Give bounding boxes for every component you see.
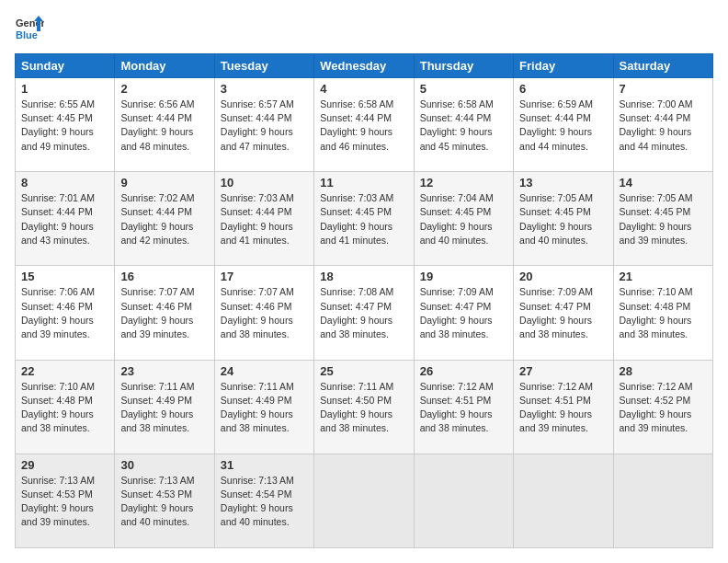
- page: General Blue SundayMondayTuesdayWednesda…: [0, 0, 728, 563]
- day-info: Sunrise: 7:05 AMSunset: 4:45 PMDaylight:…: [519, 191, 607, 247]
- day-number: 31: [221, 458, 308, 472]
- day-number: 10: [221, 176, 308, 190]
- week-row-2: 8Sunrise: 7:01 AMSunset: 4:44 PMDaylight…: [16, 172, 713, 266]
- day-info: Sunrise: 7:12 AMSunset: 4:52 PMDaylight:…: [620, 380, 707, 436]
- day-header-thursday: Thursday: [414, 54, 513, 78]
- day-header-tuesday: Tuesday: [214, 54, 313, 78]
- day-number: 11: [320, 176, 407, 190]
- day-number: 20: [519, 270, 607, 283]
- day-number: 25: [320, 364, 407, 378]
- calendar-cell: 5Sunrise: 6:58 AMSunset: 4:44 PMDaylight…: [414, 78, 513, 172]
- day-info: Sunrise: 7:09 AMSunset: 4:47 PMDaylight:…: [420, 285, 507, 341]
- day-info: Sunrise: 7:11 AMSunset: 4:50 PMDaylight:…: [320, 380, 407, 436]
- day-header-sunday: Sunday: [16, 54, 115, 78]
- day-number: 23: [120, 364, 208, 378]
- calendar-cell: 14Sunrise: 7:05 AMSunset: 4:45 PMDayligh…: [613, 172, 712, 266]
- calendar-cell: 7Sunrise: 7:00 AMSunset: 4:44 PMDaylight…: [613, 78, 712, 172]
- day-number: 13: [519, 176, 607, 190]
- day-number: 26: [420, 364, 507, 378]
- day-number: 5: [420, 82, 507, 96]
- calendar-cell: 29Sunrise: 7:13 AMSunset: 4:53 PMDayligh…: [16, 454, 115, 547]
- day-info: Sunrise: 7:13 AMSunset: 4:53 PMDaylight:…: [120, 474, 208, 530]
- day-number: 18: [320, 270, 407, 283]
- day-number: 16: [120, 270, 208, 283]
- day-number: 19: [420, 270, 507, 283]
- calendar-cell: [314, 454, 414, 547]
- day-info: Sunrise: 7:06 AMSunset: 4:46 PMDaylight:…: [21, 285, 108, 341]
- calendar-cell: 16Sunrise: 7:07 AMSunset: 4:46 PMDayligh…: [115, 266, 214, 360]
- day-number: 15: [21, 270, 108, 283]
- day-info: Sunrise: 7:03 AMSunset: 4:45 PMDaylight:…: [320, 191, 407, 247]
- calendar-cell: [514, 454, 613, 547]
- day-info: Sunrise: 7:09 AMSunset: 4:47 PMDaylight:…: [519, 285, 607, 341]
- day-header-monday: Monday: [115, 54, 214, 78]
- day-number: 27: [519, 364, 607, 378]
- calendar-cell: 28Sunrise: 7:12 AMSunset: 4:52 PMDayligh…: [613, 360, 712, 454]
- day-number: 1: [21, 82, 108, 96]
- calendar-cell: 9Sunrise: 7:02 AMSunset: 4:44 PMDaylight…: [115, 172, 214, 266]
- calendar-cell: 22Sunrise: 7:10 AMSunset: 4:48 PMDayligh…: [16, 360, 115, 454]
- day-info: Sunrise: 7:11 AMSunset: 4:49 PMDaylight:…: [120, 380, 208, 436]
- week-row-5: 29Sunrise: 7:13 AMSunset: 4:53 PMDayligh…: [16, 454, 713, 547]
- logo: General Blue: [15, 15, 44, 44]
- day-info: Sunrise: 7:02 AMSunset: 4:44 PMDaylight:…: [120, 191, 208, 247]
- calendar-cell: 23Sunrise: 7:11 AMSunset: 4:49 PMDayligh…: [115, 360, 214, 454]
- calendar-cell: 30Sunrise: 7:13 AMSunset: 4:53 PMDayligh…: [115, 454, 214, 547]
- day-number: 30: [120, 458, 208, 472]
- calendar-cell: 13Sunrise: 7:05 AMSunset: 4:45 PMDayligh…: [514, 172, 613, 266]
- calendar-cell: 31Sunrise: 7:13 AMSunset: 4:54 PMDayligh…: [214, 454, 313, 547]
- day-info: Sunrise: 7:05 AMSunset: 4:45 PMDaylight:…: [620, 191, 707, 247]
- day-info: Sunrise: 6:58 AMSunset: 4:44 PMDaylight:…: [420, 98, 507, 154]
- day-number: 24: [221, 364, 308, 378]
- calendar-cell: 6Sunrise: 6:59 AMSunset: 4:44 PMDaylight…: [514, 78, 613, 172]
- day-info: Sunrise: 6:57 AMSunset: 4:44 PMDaylight:…: [221, 98, 308, 154]
- day-info: Sunrise: 7:03 AMSunset: 4:44 PMDaylight:…: [221, 191, 308, 247]
- day-info: Sunrise: 7:10 AMSunset: 4:48 PMDaylight:…: [620, 285, 707, 341]
- calendar-cell: 19Sunrise: 7:09 AMSunset: 4:47 PMDayligh…: [414, 266, 513, 360]
- calendar-cell: 10Sunrise: 7:03 AMSunset: 4:44 PMDayligh…: [214, 172, 313, 266]
- day-info: Sunrise: 7:13 AMSunset: 4:54 PMDaylight:…: [221, 474, 308, 530]
- day-number: 7: [620, 82, 707, 96]
- calendar-cell: 27Sunrise: 7:12 AMSunset: 4:51 PMDayligh…: [514, 360, 613, 454]
- calendar-cell: 15Sunrise: 7:06 AMSunset: 4:46 PMDayligh…: [16, 266, 115, 360]
- calendar-cell: 3Sunrise: 6:57 AMSunset: 4:44 PMDaylight…: [214, 78, 313, 172]
- day-info: Sunrise: 7:07 AMSunset: 4:46 PMDaylight:…: [221, 285, 308, 341]
- calendar-cell: 21Sunrise: 7:10 AMSunset: 4:48 PMDayligh…: [613, 266, 712, 360]
- day-number: 29: [21, 458, 108, 472]
- calendar-body: 1Sunrise: 6:55 AMSunset: 4:45 PMDaylight…: [16, 78, 713, 548]
- day-number: 21: [620, 270, 707, 283]
- day-info: Sunrise: 6:56 AMSunset: 4:44 PMDaylight:…: [120, 98, 208, 154]
- day-info: Sunrise: 7:10 AMSunset: 4:48 PMDaylight:…: [21, 380, 108, 436]
- logo-icon: General Blue: [15, 15, 44, 44]
- day-info: Sunrise: 7:11 AMSunset: 4:49 PMDaylight:…: [221, 380, 308, 436]
- calendar-header-row: SundayMondayTuesdayWednesdayThursdayFrid…: [16, 54, 713, 78]
- day-info: Sunrise: 6:55 AMSunset: 4:45 PMDaylight:…: [21, 98, 108, 154]
- calendar-cell: 12Sunrise: 7:04 AMSunset: 4:45 PMDayligh…: [414, 172, 513, 266]
- calendar-cell: [414, 454, 513, 547]
- day-info: Sunrise: 7:07 AMSunset: 4:46 PMDaylight:…: [120, 285, 208, 341]
- day-number: 2: [120, 82, 208, 96]
- week-row-4: 22Sunrise: 7:10 AMSunset: 4:48 PMDayligh…: [16, 360, 713, 454]
- day-number: 3: [221, 82, 308, 96]
- day-number: 17: [221, 270, 308, 283]
- day-info: Sunrise: 7:12 AMSunset: 4:51 PMDaylight:…: [519, 380, 607, 436]
- day-number: 4: [320, 82, 407, 96]
- calendar-cell: [613, 454, 712, 547]
- calendar-cell: 24Sunrise: 7:11 AMSunset: 4:49 PMDayligh…: [214, 360, 313, 454]
- week-row-1: 1Sunrise: 6:55 AMSunset: 4:45 PMDaylight…: [16, 78, 713, 172]
- calendar-cell: 1Sunrise: 6:55 AMSunset: 4:45 PMDaylight…: [16, 78, 115, 172]
- calendar-cell: 25Sunrise: 7:11 AMSunset: 4:50 PMDayligh…: [314, 360, 414, 454]
- day-info: Sunrise: 7:13 AMSunset: 4:53 PMDaylight:…: [21, 474, 108, 530]
- day-info: Sunrise: 7:01 AMSunset: 4:44 PMDaylight:…: [21, 191, 108, 247]
- day-number: 9: [120, 176, 208, 190]
- week-row-3: 15Sunrise: 7:06 AMSunset: 4:46 PMDayligh…: [16, 266, 713, 360]
- day-number: 6: [519, 82, 607, 96]
- day-number: 12: [420, 176, 507, 190]
- day-header-friday: Friday: [514, 54, 613, 78]
- calendar-cell: 2Sunrise: 6:56 AMSunset: 4:44 PMDaylight…: [115, 78, 214, 172]
- day-number: 14: [620, 176, 707, 190]
- calendar-cell: 20Sunrise: 7:09 AMSunset: 4:47 PMDayligh…: [514, 266, 613, 360]
- day-info: Sunrise: 7:00 AMSunset: 4:44 PMDaylight:…: [620, 98, 707, 154]
- calendar-cell: 11Sunrise: 7:03 AMSunset: 4:45 PMDayligh…: [314, 172, 414, 266]
- calendar-table: SundayMondayTuesdayWednesdayThursdayFrid…: [15, 53, 713, 548]
